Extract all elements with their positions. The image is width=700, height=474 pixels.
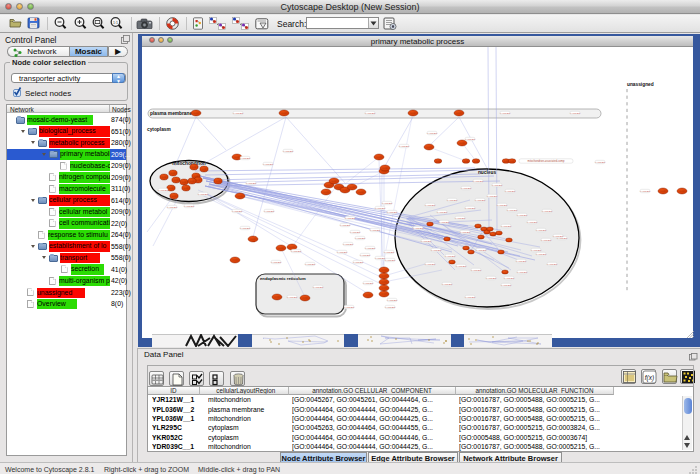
svg-text:YAL062W: YAL062W <box>233 112 244 115</box>
svg-text:YAL062W: YAL062W <box>504 277 515 280</box>
svg-text:YAL062W: YAL062W <box>360 254 371 257</box>
svg-text:YAL062W: YAL062W <box>355 237 366 240</box>
svg-text:YAL062W: YAL062W <box>287 296 298 299</box>
svg-text:YAL062W: YAL062W <box>184 205 195 208</box>
svg-text:YAL062W: YAL062W <box>305 263 316 266</box>
svg-text:YAL062W: YAL062W <box>382 202 393 205</box>
svg-text:YAL062W: YAL062W <box>640 190 651 193</box>
svg-text:YAL062W: YAL062W <box>283 150 294 153</box>
svg-text:YAL062W: YAL062W <box>447 199 458 202</box>
svg-text:YAL062W: YAL062W <box>399 145 410 148</box>
svg-text:YAL062W: YAL062W <box>263 163 274 166</box>
svg-text:YAL062W: YAL062W <box>536 253 547 256</box>
svg-text:YAL062W: YAL062W <box>375 207 386 210</box>
svg-text:YAL062W: YAL062W <box>487 195 498 198</box>
svg-text:YAL062W: YAL062W <box>232 210 243 213</box>
svg-text:YAL062W: YAL062W <box>536 229 547 232</box>
svg-text:YAL062W: YAL062W <box>387 211 398 214</box>
svg-text:YAL062W: YAL062W <box>363 282 374 285</box>
svg-text:YAL062W: YAL062W <box>385 259 396 262</box>
svg-text:YAL062W: YAL062W <box>501 284 512 287</box>
svg-text:YAL062W: YAL062W <box>486 277 497 280</box>
svg-text:YAL062W: YAL062W <box>337 251 348 254</box>
svg-text:YAL062W: YAL062W <box>340 224 351 227</box>
svg-text:YAL062W: YAL062W <box>353 261 364 264</box>
svg-text:YAL062W: YAL062W <box>517 214 528 217</box>
svg-text:YAL062W: YAL062W <box>531 249 542 252</box>
svg-text:YAL062W: YAL062W <box>501 225 512 228</box>
svg-text:unassigned: unassigned <box>627 82 654 87</box>
svg-text:YAL062W: YAL062W <box>553 235 564 238</box>
svg-text:YAL062W: YAL062W <box>425 263 436 266</box>
svg-text:YAL062W: YAL062W <box>465 207 476 210</box>
svg-text:YAL062W: YAL062W <box>240 227 251 230</box>
svg-text:YAL062W: YAL062W <box>497 204 508 207</box>
svg-text:YAL062W: YAL062W <box>460 231 471 234</box>
svg-text:YAL062W: YAL062W <box>313 286 324 289</box>
svg-text:YAL062W: YAL062W <box>427 132 438 135</box>
svg-text:YAL062W: YAL062W <box>291 250 302 253</box>
svg-text:YAL062W: YAL062W <box>246 182 257 185</box>
svg-text:plasma membrane: plasma membrane <box>150 111 192 116</box>
svg-text:YAL062W: YAL062W <box>240 157 251 160</box>
svg-text:YAL062W: YAL062W <box>384 251 395 254</box>
svg-text:YAL062W: YAL062W <box>413 227 424 230</box>
svg-text:YAL062W: YAL062W <box>455 217 466 220</box>
svg-text:YAL062W: YAL062W <box>344 306 355 309</box>
svg-text:YAL062W: YAL062W <box>421 240 432 243</box>
svg-text:YAL062W: YAL062W <box>547 263 558 266</box>
svg-text:YAL062W: YAL062W <box>456 265 467 268</box>
svg-text:YAL062W: YAL062W <box>387 299 398 302</box>
svg-text:YAL062W: YAL062W <box>500 112 511 115</box>
svg-text:YAL062W: YAL062W <box>517 271 528 274</box>
svg-text:YAL062W: YAL062W <box>345 217 356 220</box>
svg-text:YAL062W: YAL062W <box>570 112 581 115</box>
svg-text:1:1: 1:1 <box>113 21 118 25</box>
svg-text:YAL062W: YAL062W <box>516 260 527 263</box>
svg-text:YAL062W: YAL062W <box>431 249 442 252</box>
svg-text:YAL062W: YAL062W <box>527 221 538 224</box>
svg-text:YAL062W: YAL062W <box>365 112 376 115</box>
svg-text:YAL062W: YAL062W <box>158 189 169 192</box>
svg-text:mitochondrion-associated-comp: mitochondrion-associated-comp <box>528 159 565 163</box>
svg-text:YAL062W: YAL062W <box>350 231 361 234</box>
svg-text:YAL062W: YAL062W <box>271 261 282 264</box>
svg-text:YAL062W: YAL062W <box>167 206 178 209</box>
svg-text:cytoplasm: cytoplasm <box>147 127 171 132</box>
svg-text:YAL062W: YAL062W <box>542 210 553 213</box>
svg-text:YAL062W: YAL062W <box>541 239 552 242</box>
svg-text:YAL062W: YAL062W <box>475 199 486 202</box>
svg-text:YAL062W: YAL062W <box>445 255 456 258</box>
svg-text:YAL062W: YAL062W <box>492 184 503 187</box>
svg-text:YAL062W: YAL062W <box>385 306 396 309</box>
svg-text:YAL062W: YAL062W <box>198 193 209 196</box>
svg-text:YAL062W: YAL062W <box>461 187 472 190</box>
svg-text:endoplasmic reticulum: endoplasmic reticulum <box>260 276 306 281</box>
svg-text:YAL062W: YAL062W <box>425 204 436 207</box>
svg-text:YAL062W: YAL062W <box>471 269 482 272</box>
svg-text:YAL062W: YAL062W <box>370 229 381 232</box>
svg-text:YAL062W: YAL062W <box>595 161 606 164</box>
svg-text:YAL062W: YAL062W <box>505 190 516 193</box>
svg-text:YAL062W: YAL062W <box>473 180 484 183</box>
svg-text:YAL062W: YAL062W <box>437 211 448 214</box>
svg-text:YAL062W: YAL062W <box>439 221 450 224</box>
svg-text:YAL062W: YAL062W <box>507 209 518 212</box>
svg-text:YAL062W: YAL062W <box>343 243 354 246</box>
svg-text:YAL062W: YAL062W <box>264 210 275 213</box>
svg-text:YAL062W: YAL062W <box>465 138 476 141</box>
svg-text:YAL062W: YAL062W <box>442 283 453 286</box>
svg-text:YAL062W: YAL062W <box>465 296 476 299</box>
svg-text:YAL062W: YAL062W <box>476 249 487 252</box>
svg-text:YAL062W: YAL062W <box>365 247 376 250</box>
